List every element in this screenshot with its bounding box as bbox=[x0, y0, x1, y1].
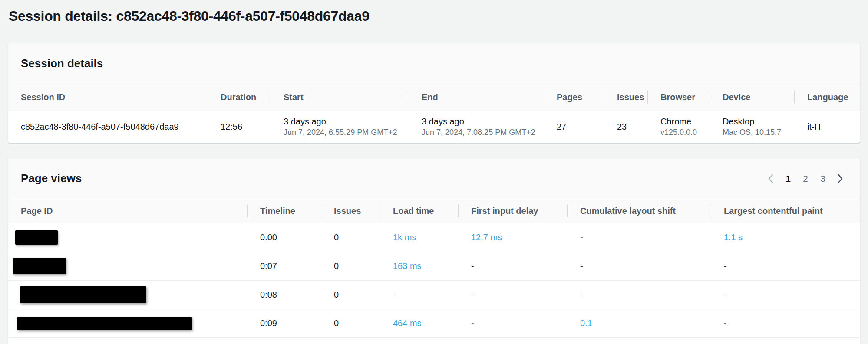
largest-contentful-paint-cell: - bbox=[711, 252, 860, 280]
device-type: Desktop bbox=[723, 116, 791, 127]
issues-cell: 0 bbox=[321, 252, 380, 280]
timeline-cell: 0:08 bbox=[247, 280, 321, 309]
device-cell: Desktop Mac OS, 10.15.7 bbox=[710, 111, 794, 143]
column-header-largest-contentful-paint: Largest contentful paint bbox=[711, 199, 860, 223]
table-bottom-spacer bbox=[8, 337, 860, 344]
first-input-delay-cell: - bbox=[458, 309, 567, 337]
first-input-delay-cell: 12.7 ms bbox=[458, 223, 567, 252]
column-header-browser: Browser bbox=[647, 84, 710, 111]
load-time-link[interactable]: 163 ms bbox=[393, 261, 422, 271]
session-details-heading: Session details bbox=[21, 57, 103, 70]
page-title: Session details: c852ac48-3f80-446f-a507… bbox=[9, 6, 868, 26]
load-time-link[interactable]: 1k ms bbox=[393, 233, 416, 242]
cumulative-layout-shift-cell: - bbox=[567, 252, 711, 280]
pagination-next-button[interactable] bbox=[833, 172, 847, 185]
browser-version: v125.0.0.0 bbox=[660, 127, 706, 138]
page-id-cell bbox=[8, 252, 247, 280]
timeline-cell: 0:00 bbox=[247, 223, 321, 252]
session-details-card-header: Session details bbox=[8, 43, 860, 84]
redacted-page-id bbox=[15, 230, 58, 245]
largest-contentful-paint-cell: 1.1 s bbox=[711, 223, 860, 252]
page-views-card-header: Page views 1 2 3 bbox=[8, 158, 860, 199]
start-cell: 3 days ago Jun 7, 2024, 6:55:29 PM GMT+2 bbox=[271, 111, 409, 143]
first-input-delay-cell: - bbox=[458, 252, 567, 280]
redacted-page-id bbox=[20, 286, 146, 303]
pagination-page-3[interactable]: 3 bbox=[816, 172, 830, 186]
chevron-left-icon bbox=[768, 174, 774, 183]
cumulative-layout-shift-cell: 0.1 bbox=[567, 309, 711, 337]
column-header-cumulative-layout-shift: Cumulative layout shift bbox=[567, 199, 711, 223]
language-cell: it-IT bbox=[794, 111, 860, 143]
session-row: c852ac48-3f80-446f-a507-f5048d67daa9 12:… bbox=[8, 111, 860, 143]
column-header-start: Start bbox=[271, 84, 409, 111]
load-time-cell: 163 ms bbox=[380, 252, 458, 280]
device-os: Mac OS, 10.15.7 bbox=[723, 127, 791, 138]
pages-cell: 27 bbox=[544, 111, 604, 143]
column-header-first-input-delay: First input delay bbox=[458, 199, 567, 223]
load-time-cell: 464 ms bbox=[380, 309, 458, 337]
first-input-delay-link[interactable]: 12.7 ms bbox=[471, 233, 502, 242]
issues-cell: 0 bbox=[321, 280, 380, 309]
page-views-header-row: Page ID Timeline Issues Load time First … bbox=[8, 199, 860, 223]
issues-cell: 0 bbox=[321, 223, 380, 252]
column-header-device: Device bbox=[710, 84, 794, 111]
pagination-page-2[interactable]: 2 bbox=[799, 172, 812, 186]
column-header-end: End bbox=[409, 84, 544, 111]
load-time-cell: - bbox=[380, 280, 458, 309]
page-id-cell bbox=[8, 280, 247, 309]
session-details-card: Session details Session ID Duration Star… bbox=[8, 43, 860, 143]
pagination-previous-button[interactable] bbox=[764, 172, 778, 185]
pagination: 1 2 3 bbox=[764, 172, 847, 186]
column-header-language: Language bbox=[794, 84, 860, 111]
page-view-row: 0:08 0 - - - - bbox=[8, 280, 860, 309]
cumulative-layout-shift-cell: - bbox=[567, 223, 711, 252]
page-views-card: Page views 1 2 3 bbox=[8, 158, 860, 344]
start-relative: 3 days ago bbox=[284, 116, 405, 127]
load-time-link[interactable]: 464 ms bbox=[393, 318, 422, 328]
column-header-issues: Issues bbox=[604, 84, 647, 111]
page-id-cell bbox=[8, 309, 247, 337]
page-views-table: Page ID Timeline Issues Load time First … bbox=[8, 199, 860, 344]
page-view-row: 0:07 0 163 ms - - - bbox=[8, 252, 860, 280]
browser-name: Chrome bbox=[660, 116, 706, 127]
cumulative-layout-shift-cell: - bbox=[567, 280, 711, 309]
timeline-cell: 0:09 bbox=[247, 309, 321, 337]
start-absolute: Jun 7, 2024, 6:55:29 PM GMT+2 bbox=[284, 127, 405, 138]
page-view-row: 0:09 0 464 ms - 0.1 - bbox=[8, 309, 860, 337]
redacted-page-id bbox=[17, 317, 192, 330]
largest-contentful-paint-cell: - bbox=[711, 280, 860, 309]
page-views-heading: Page views bbox=[21, 172, 82, 185]
column-header-timeline: Timeline bbox=[247, 199, 321, 223]
pagination-page-1[interactable]: 1 bbox=[781, 172, 795, 186]
session-details-page: Session details: c852ac48-3f80-446f-a507… bbox=[0, 6, 868, 344]
column-header-issues: Issues bbox=[321, 199, 380, 223]
end-cell: 3 days ago Jun 7, 2024, 7:08:25 PM GMT+2 bbox=[409, 111, 544, 143]
cumulative-layout-shift-link[interactable]: 0.1 bbox=[580, 318, 592, 328]
issues-cell: 23 bbox=[604, 111, 647, 143]
session-details-table: Session ID Duration Start End Pages Issu… bbox=[8, 84, 860, 143]
load-time-cell: 1k ms bbox=[380, 223, 458, 252]
end-absolute: Jun 7, 2024, 7:08:25 PM GMT+2 bbox=[422, 127, 540, 138]
largest-contentful-paint-link[interactable]: 1.1 s bbox=[724, 233, 743, 242]
redacted-page-id bbox=[13, 258, 66, 274]
issues-cell: 0 bbox=[321, 309, 380, 337]
largest-contentful-paint-cell: - bbox=[711, 309, 860, 337]
column-header-duration: Duration bbox=[208, 84, 271, 111]
browser-cell: Chrome v125.0.0.0 bbox=[647, 111, 710, 143]
duration-cell: 12:56 bbox=[208, 111, 271, 143]
session-id-cell: c852ac48-3f80-446f-a507-f5048d67daa9 bbox=[8, 111, 208, 143]
end-relative: 3 days ago bbox=[422, 116, 540, 127]
column-header-page-id: Page ID bbox=[8, 199, 247, 223]
page-view-row: 0:00 0 1k ms 12.7 ms - 1.1 s bbox=[8, 223, 860, 252]
column-header-load-time: Load time bbox=[380, 199, 458, 223]
timeline-cell: 0:07 bbox=[247, 252, 321, 280]
column-header-session-id: Session ID bbox=[8, 84, 208, 111]
chevron-right-icon bbox=[837, 174, 843, 183]
page-id-cell bbox=[8, 223, 247, 252]
session-details-header-row: Session ID Duration Start End Pages Issu… bbox=[8, 84, 860, 111]
column-header-pages: Pages bbox=[544, 84, 604, 111]
first-input-delay-cell: - bbox=[458, 280, 567, 309]
